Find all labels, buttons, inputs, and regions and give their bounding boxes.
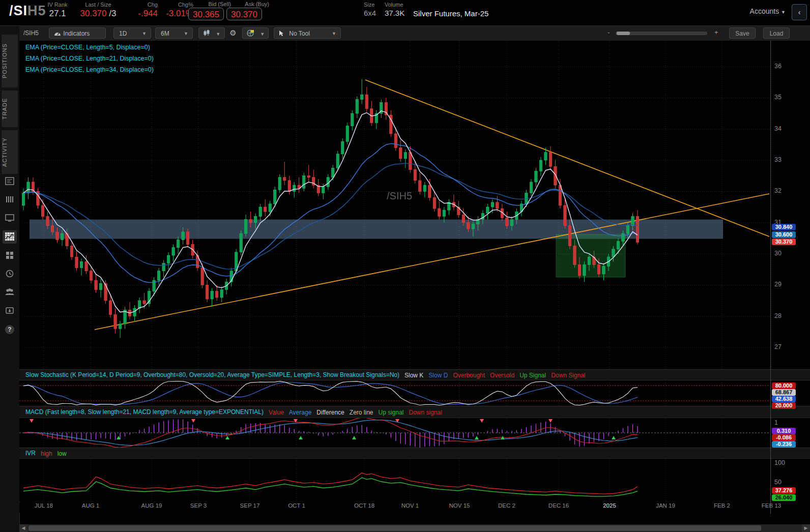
ema34-study-label[interactable]: EMA (Price=CLOSE, Length=34, Displace=0) (25, 66, 154, 73)
help-icon[interactable]: ? (3, 324, 17, 337)
price-tick-label: 36 (774, 63, 782, 70)
zoom-slider[interactable] (616, 32, 707, 35)
cursor-icon (278, 30, 284, 37)
price-axis-border (770, 41, 771, 514)
macd-value-badge: 0.310 (772, 428, 796, 434)
save-button[interactable]: Save (729, 27, 756, 39)
timeframe-dropdown[interactable]: 1D▼ (113, 27, 151, 39)
time-axis-label: 2025 (603, 503, 616, 509)
time-axis-label: NOV 15 (449, 503, 470, 509)
stochastic-label-row: Slow Stochastic (K Period=14, D Period=9… (19, 369, 810, 380)
charts-icon[interactable] (3, 230, 17, 244)
ema21-study-label[interactable]: EMA (Price=CLOSE, Length=21, Displace=0) (25, 55, 154, 62)
scroll-left-button[interactable]: ◀ (19, 524, 27, 532)
ema5-study-label[interactable]: EMA (Price=CLOSE, Length=5, Displace=0) (25, 44, 150, 51)
price-tick-label: 35 (774, 94, 782, 101)
price-chart-canvas[interactable] (19, 41, 772, 369)
range-dropdown[interactable]: 6M▼ (155, 27, 193, 39)
ivr-axis-label: 50 (774, 479, 782, 486)
last-size-field: Last / Size 30.370 /3 (70, 2, 126, 19)
left-sidebar: POSITIONS TRADE ACTIVITY ? (0, 26, 20, 532)
chevron-down-icon: ▼ (332, 28, 336, 39)
history-clock-icon[interactable] (3, 268, 17, 281)
macd-value-badge: -0.086 (772, 434, 796, 441)
drawing-set-dropdown[interactable]: ▼ (242, 27, 269, 39)
price-badge: 30.370 (772, 239, 796, 245)
chart-type-dropdown[interactable]: ▼ (198, 27, 225, 39)
ivr-axis-label: 100 (774, 459, 785, 466)
monitor-icon[interactable] (3, 212, 17, 225)
stochastic-pane-canvas[interactable] (19, 380, 772, 406)
macd-study-label[interactable]: MACD (Fast length=8, Slow length=21, MAC… (25, 408, 264, 416)
globe-grid-icon (247, 29, 254, 37)
zoom-out-button[interactable]: - (608, 28, 610, 36)
legend-item: Up Signal (519, 372, 546, 379)
grid-icon[interactable] (3, 250, 17, 263)
sidebar-tab-positions[interactable]: POSITIONS (2, 35, 18, 87)
price-badge: 30.840 (772, 224, 796, 230)
accounts-dropdown[interactable]: Accounts ▼ (750, 7, 786, 15)
time-axis-label: SEP 17 (240, 503, 260, 509)
legend-item: Overbought (453, 372, 485, 379)
candlestick-icon (203, 29, 210, 37)
legend-item: Zero line (350, 409, 373, 416)
time-axis-label: DEC 2 (498, 503, 515, 509)
indicators-button[interactable]: Indicators (49, 27, 106, 39)
sidebar-tab-activity[interactable]: ACTIVITY (2, 130, 18, 174)
quote-header: /SIH5 IV Rank 27.1 Last / Size 30.370 /3… (0, 0, 810, 26)
macd-label-row: MACD (Fast length=8, Slow length=21, MAC… (19, 406, 810, 418)
legend-item: Difference (316, 409, 344, 416)
zoom-in-button[interactable]: + (714, 28, 718, 36)
horizontal-scrollbar[interactable]: ◀ ▶ (19, 524, 810, 532)
chg-field: Chg -.944 (127, 2, 158, 19)
time-axis-label: FEB 2 (714, 503, 730, 509)
time-axis-label: OCT 18 (354, 503, 374, 509)
price-tick-label: 27 (774, 343, 782, 350)
legend-item: Down Signal (551, 372, 585, 379)
price-tick-label: 34 (774, 125, 782, 132)
legend-item: Slow D (428, 372, 448, 379)
scroll-right-button[interactable]: ▶ (802, 524, 810, 532)
price-tick-label: 29 (774, 281, 782, 288)
sidebar-tab-trade[interactable]: TRADE (2, 91, 18, 127)
time-axis: JUL 18AUG 1AUG 19SEP 3SEP 17OCT 1OCT 18N… (19, 503, 810, 513)
legend-item: Oversold (490, 372, 514, 379)
trading-platform-window: /SIH5 IV Rank 27.1 Last / Size 30.370 /3… (0, 0, 810, 532)
stoch-value-badge: 68.867 (772, 389, 796, 396)
chevron-down-icon: ▼ (184, 28, 188, 39)
chart-settings-gear[interactable]: ⚙ (227, 27, 239, 39)
chevron-down-icon: ▼ (260, 32, 265, 37)
load-button[interactable]: Load (763, 27, 790, 39)
zoom-slider-thumb[interactable] (617, 32, 630, 35)
ivr-label-row: IVR highlow (19, 448, 810, 459)
collapse-panel-button[interactable]: ‹ (792, 4, 807, 20)
news-icon[interactable] (3, 175, 17, 189)
last-trade-size: /3 (109, 9, 116, 18)
ivr-study-label[interactable]: IVR (25, 450, 36, 457)
ask-button[interactable]: 30.370 (226, 8, 262, 20)
tool-dropdown[interactable]: No Tool ▼ (274, 27, 341, 39)
scrollbar-thumb[interactable] (28, 525, 761, 531)
market-depth-icon[interactable] (3, 194, 17, 207)
chevron-down-icon: ▼ (781, 10, 786, 15)
community-people-icon[interactable] (3, 286, 17, 300)
price-tick-label: 28 (774, 312, 782, 319)
toolbar-symbol-label: /SIH5 (23, 29, 39, 37)
macd-legend: ValueAverageDifferenceZero lineUp signal… (264, 407, 442, 417)
legend-item: Average (289, 409, 311, 416)
legend-item: Value (269, 409, 284, 416)
replay-icon[interactable] (3, 305, 17, 318)
ivr-pane-canvas[interactable] (19, 459, 772, 501)
legend-item: Down signal (409, 409, 442, 416)
macd-pane-canvas[interactable] (19, 418, 772, 448)
bid-button[interactable]: 30.365 (188, 8, 224, 20)
macd-value-badge: -0.236 (772, 441, 796, 448)
price-badge: 30.600 (772, 231, 796, 238)
price-tick-label: 32 (774, 187, 782, 194)
bid-label: Bid (Sell) (187, 1, 231, 7)
time-axis-label: AUG 19 (141, 503, 162, 509)
stochastic-study-label[interactable]: Slow Stochastic (K Period=14, D Period=9… (25, 371, 399, 378)
legend-item: high (41, 450, 52, 457)
stoch-value-badge: 20.000 (772, 402, 796, 409)
time-axis-label: FEB 13 (762, 503, 781, 509)
